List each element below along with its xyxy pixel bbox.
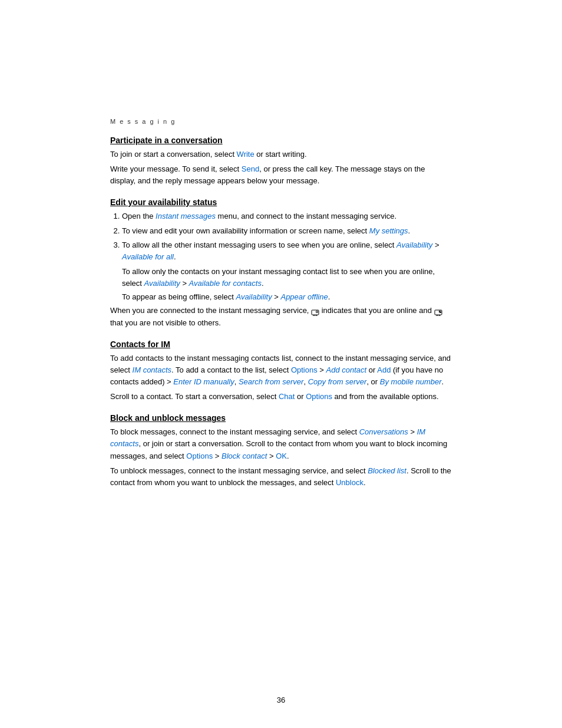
link-appear-offline[interactable]: Appear offline xyxy=(280,292,328,301)
link-availability-3[interactable]: Availability xyxy=(236,292,272,301)
link-chat[interactable]: Chat xyxy=(279,392,295,401)
link-options-1[interactable]: Options xyxy=(291,365,318,374)
link-copy-from-server[interactable]: Copy from server xyxy=(308,377,367,386)
link-available-for-contacts[interactable]: Available for contacts xyxy=(189,279,262,288)
contacts-im-para-1: To add contacts to the instant messaging… xyxy=(110,353,452,388)
block-unblock-para-1: To block messages, connect to the instan… xyxy=(110,426,452,462)
link-add-contact[interactable]: Add contact xyxy=(326,365,367,374)
link-write[interactable]: Write xyxy=(237,150,254,159)
link-im-contacts[interactable]: IM contacts xyxy=(133,365,171,374)
availability-indented-1: To allow only the contacts on your insta… xyxy=(122,266,452,289)
content-area: M e s s a g i n g Participate in a conve… xyxy=(110,0,452,527)
link-send[interactable]: Send xyxy=(242,164,259,173)
contacts-im-para-2: Scroll to a contact. To start a conversa… xyxy=(110,391,452,403)
link-my-settings[interactable]: My settings xyxy=(369,226,408,235)
availability-after-list: When you are connected to the instant me… xyxy=(110,305,452,328)
link-by-mobile-number[interactable]: By mobile number xyxy=(380,377,442,386)
link-instant-messages[interactable]: Instant messages xyxy=(156,212,216,220)
availability-list-item-1: Open the Instant messages menu, and conn… xyxy=(122,210,452,222)
svg-point-5 xyxy=(316,311,318,312)
block-unblock-para-2: To unblock messages, connect to the inst… xyxy=(110,465,452,489)
section-title-contacts-im: Contacts for IM xyxy=(110,340,452,349)
link-unblock[interactable]: Unblock xyxy=(336,478,363,487)
section-title-participate: Participate in a conversation xyxy=(110,136,452,145)
section-title-block-unblock: Block and unblock messages xyxy=(110,413,452,423)
link-available-for-all[interactable]: Available for all xyxy=(122,252,174,261)
link-blocked-list[interactable]: Blocked list xyxy=(368,466,406,475)
availability-list-item-2: To view and edit your own availability i… xyxy=(122,225,452,237)
online-icon xyxy=(311,308,319,314)
link-options-3[interactable]: Options xyxy=(186,452,213,460)
page-container: M e s s a g i n g Participate in a conve… xyxy=(0,0,562,728)
link-options-2[interactable]: Options xyxy=(306,392,332,401)
section-title-availability: Edit your availability status xyxy=(110,197,452,207)
participate-para-1: To join or start a conversation, select … xyxy=(110,149,452,160)
link-ok[interactable]: OK xyxy=(276,452,287,460)
availability-list: Open the Instant messages menu, and conn… xyxy=(122,210,452,263)
link-add[interactable]: Add xyxy=(377,365,391,374)
offline-icon xyxy=(434,308,442,314)
link-block-contact[interactable]: Block contact xyxy=(222,452,267,460)
link-availability-2[interactable]: Availability xyxy=(144,279,180,288)
availability-indented-2: To appear as being offline, select Avail… xyxy=(122,291,452,303)
page-number: 36 xyxy=(277,696,285,704)
availability-list-item-3: To allow all the other instant messaging… xyxy=(122,239,452,263)
participate-para-2: Write your message. To send it, select S… xyxy=(110,163,452,187)
link-availability-1[interactable]: Availability xyxy=(396,241,432,249)
section-label: M e s s a g i n g xyxy=(110,118,452,125)
link-search-from-server[interactable]: Search from server xyxy=(239,377,304,386)
link-conversations[interactable]: Conversations xyxy=(359,427,408,436)
link-enter-id-manually[interactable]: Enter ID manually xyxy=(173,377,234,386)
